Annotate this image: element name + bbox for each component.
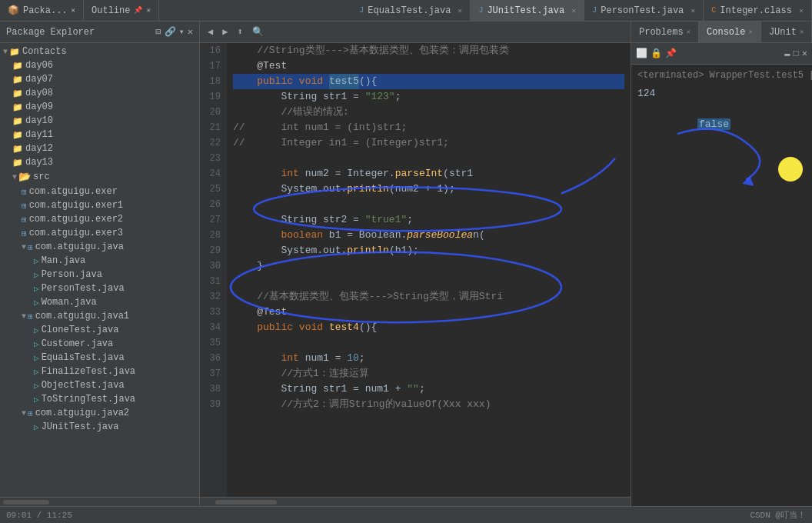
forward-btn[interactable]: ▶ [219,25,231,39]
sidebar-item-java[interactable]: ▼ ⊞ com.atguigu.java [0,240,199,254]
outline-close-icon[interactable]: ✕ [146,6,150,15]
tab-outline[interactable]: Outline 📌 ✕ [84,0,159,21]
sidebar-item-day09[interactable]: 📁 day09 [0,100,199,114]
sidebar-item-contacts[interactable]: ▼ 📁 Contacts [0,45,199,58]
tab-equalstest[interactable]: J EqualsTest.java ✕ [351,0,471,21]
woman-file-icon: ▷ [34,298,39,308]
tab-problems[interactable]: Problems ✕ [631,22,699,42]
close-console-btn[interactable]: ✕ [802,48,807,59]
code-line-26 [233,197,624,212]
minimize-console-btn[interactable]: ▬ [784,48,790,59]
sidebar-item-man[interactable]: ▷ Man.java [0,254,199,268]
sidebar-item-day12[interactable]: 📁 day12 [0,142,199,155]
problems-close-icon[interactable]: ✕ [687,28,691,36]
code-line-24: int num2 = Integer.parseInt(str1 [233,166,624,182]
sidebar-item-equalstest[interactable]: ▷ EqualsTest.java [0,351,199,365]
sidebar-item-java1[interactable]: ▼ ⊞ com.atguigu.java1 [0,309,199,323]
sidebar-item-customer[interactable]: ▷ Customer.java [0,337,199,351]
persontest-file-icon: J [592,6,597,15]
sidebar-item-clonetest[interactable]: ▷ CloneTest.java [0,323,199,337]
sidebar-item-woman[interactable]: ▷ Woman.java [0,295,199,309]
day13-label: day13 [25,157,53,168]
exer2-label: com.atguigu.exer2 [29,214,123,225]
equalstest-label2: EqualsTest.java [42,352,125,363]
console-content[interactable]: <terminated> WrapperTest.test5 [JUnit 12… [631,65,812,506]
exer1-label: com.atguigu.exer1 [29,200,123,211]
integer-class-close-icon[interactable]: ✕ [799,6,804,15]
tab-persontest[interactable]: J PersonTest.java ✕ [584,0,704,21]
java2-pkg-icon: ⊞ [28,408,33,418]
equalstest-close-icon[interactable]: ✕ [458,6,462,15]
sidebar-item-tostringtest[interactable]: ▷ ToStringTest.java [0,392,199,406]
junittest-close-icon[interactable]: ✕ [571,6,576,15]
junit-close-icon[interactable]: ✕ [800,28,804,36]
sidebar-scroll[interactable]: ▼ 📁 Contacts 📁 day06 📁 day07 📁 day08 [0,43,199,497]
toolbar-btn3[interactable]: ⬆ [234,25,245,39]
sidebar-item-day10[interactable]: 📁 day10 [0,114,199,128]
tab-integer-class[interactable]: C Integer.class ✕ [704,0,812,21]
tab-pin-icon: ✕ [72,6,75,15]
editor-scrollbar[interactable] [215,500,277,505]
back-btn[interactable]: ◀ [205,25,216,39]
tab-junittest[interactable]: J JUnitTest.java ✕ [471,0,584,21]
sidebar-close-btn[interactable]: ✕ [188,26,193,38]
code-content[interactable]: //String类型--->基本数据类型、包装类：调用包装类 @Test pub… [227,43,631,497]
code-line-30: } [233,258,624,274]
sidebar-item-day11[interactable]: 📁 day11 [0,128,199,142]
editor-wrapper: ◀ ▶ ⬆ 🔍 16 17 18 19 20 21 22 23 24 25 26… [200,22,631,506]
code-line-27: String str2 = "true1"; [233,212,624,228]
sidebar-item-day13[interactable]: 📁 day13 [0,155,199,169]
day11-label: day11 [25,129,53,140]
sidebar-title: Package Explorer [6,27,95,38]
sidebar-item-src[interactable]: ▼ 📂 src [0,169,199,185]
finalizetest-icon: ▷ [34,367,39,377]
sidebar-item-exer[interactable]: ⊞ com.atguigu.exer [0,185,199,198]
exer3-label: com.atguigu.exer3 [29,228,123,238]
main-tab-bar: 📦 Packa... ✕ Outline 📌 ✕ J EqualsTest.ja… [0,0,812,22]
sidebar-item-day08[interactable]: 📁 day08 [0,86,199,100]
sidebar-item-day07[interactable]: 📁 day07 [0,72,199,86]
equalstest-file-icon: J [359,6,364,15]
sidebar-item-finalizetest[interactable]: ▷ FinalizeTest.java [0,365,199,378]
exer1-pkg-icon: ⊞ [22,201,27,211]
clear-console-btn[interactable]: ⬜ [636,48,647,59]
day12-label: day12 [25,143,53,154]
persontest-close-icon[interactable]: ✕ [691,6,695,15]
sidebar-scrollbar[interactable] [3,500,49,505]
integer-class-label: Integer.class [720,5,792,16]
sidebar-item-day06[interactable]: 📁 day06 [0,58,199,72]
pin-console-btn[interactable]: 📌 [665,48,677,59]
console-close-icon[interactable]: ✕ [748,28,752,36]
sidebar-item-junittest[interactable]: ▷ JUnitTest.java [0,420,199,434]
collapse-all-btn[interactable]: ⊟ [155,26,161,38]
man-label: Man.java [42,255,86,266]
tab-package-explorer[interactable]: 📦 Packa... ✕ [0,0,84,21]
java1-arrow: ▼ [22,312,26,321]
tostringtest-icon: ▷ [34,395,39,405]
maximize-console-btn[interactable]: □ [794,48,799,59]
exer2-pkg-icon: ⊞ [22,215,27,225]
toolbar-btn4[interactable]: 🔍 [249,25,267,39]
contacts-arrow: ▼ [3,48,8,56]
clonetest-label: CloneTest.java [42,325,119,335]
link-editor-btn[interactable]: 🔗 [165,26,176,38]
console-output-false: false [637,102,806,148]
sidebar-item-persontest[interactable]: ▷ PersonTest.java [0,281,199,295]
sidebar-bottom-scroll[interactable] [0,497,199,506]
java1-pkg-icon: ⊞ [28,311,33,321]
sidebar-item-java2[interactable]: ▼ ⊞ com.atguigu.java2 [0,406,199,420]
line-numbers: 16 17 18 19 20 21 22 23 24 25 26 27 28 2… [200,43,227,497]
sidebar-item-exer2[interactable]: ⊞ com.atguigu.exer2 [0,212,199,226]
scroll-lock-btn[interactable]: 🔒 [651,48,662,59]
sidebar-toolbar: ⊟ 🔗 ▾ ✕ [155,26,193,38]
code-view[interactable]: 16 17 18 19 20 21 22 23 24 25 26 27 28 2… [200,43,631,497]
sidebar-item-person[interactable]: ▷ Person.java [0,268,199,281]
sidebar-item-objecttest[interactable]: ▷ ObjectTest.java [0,378,199,392]
tab-console[interactable]: Console ✕ [699,22,761,42]
tab-junit[interactable]: JUnit ✕ [761,22,812,42]
sidebar-menu-btn[interactable]: ▾ [179,26,185,38]
editor-bottom-scroll[interactable] [200,497,631,506]
code-line-16: //String类型--->基本数据类型、包装类：调用包装类 [233,43,624,58]
sidebar-item-exer1[interactable]: ⊞ com.atguigu.exer1 [0,198,199,212]
sidebar-item-exer3[interactable]: ⊞ com.atguigu.exer3 [0,226,199,240]
